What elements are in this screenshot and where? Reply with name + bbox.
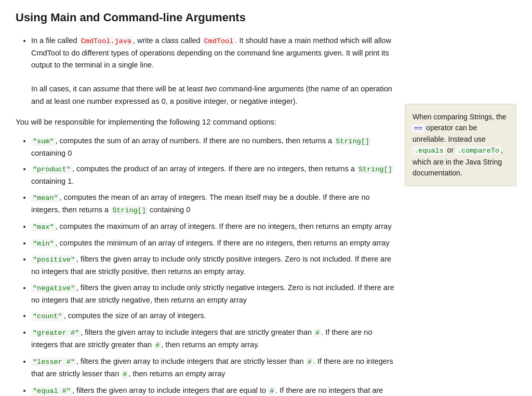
sidebar-code-compareto: .compareTo — [456, 146, 501, 155]
code-count: "count" — [31, 312, 64, 321]
code-stringarray-mean: String[] — [111, 206, 148, 215]
sidebar-box: When comparing Strings, the == operator … — [405, 104, 516, 186]
hash-greater-1: # — [314, 329, 321, 337]
hash-lesser-2: # — [121, 370, 128, 379]
hash-greater-2: # — [154, 341, 161, 350]
intro-text-2: In all cases, it can assume that there w… — [31, 85, 392, 105]
main-content: Using Main and Command-line Arguments In… — [16, 10, 394, 396]
list-item-negative: "negative", filters the given array to i… — [31, 282, 394, 306]
list-item-max: "max", computes the maximum of an array … — [31, 221, 394, 233]
hash-lesser-1: # — [306, 358, 313, 366]
list-item-min: "min", computes the minimum of an array … — [31, 237, 394, 250]
code-greater: "greater #" — [31, 329, 81, 337]
list-item-lesser: "lesser #", filters the given array to i… — [31, 356, 394, 380]
code-positive: "positive" — [31, 255, 76, 264]
page-title: Using Main and Command-line Arguments — [16, 10, 394, 25]
code-stringarray-product: String[] — [357, 165, 394, 174]
sidebar-text-mid: operator can be unreliable. Instead use — [413, 124, 486, 143]
cmdtool-java-code: CmdTool.java — [79, 37, 133, 46]
sidebar-code-equals: .equals — [413, 146, 445, 155]
code-mean: "mean" — [31, 194, 60, 202]
hash-equal-1: # — [268, 387, 275, 395]
sidebar-text-pre: When comparing Strings, the — [413, 113, 507, 121]
list-item-sum: "sum", computes the sum of an array of n… — [31, 135, 394, 159]
intro-list-item-1: In a file called CmdTool.java, write a c… — [31, 35, 394, 107]
list-item-greater: "greater #", filters the given array to … — [31, 326, 394, 351]
list-item-equal: "equal #", filters the given array to in… — [31, 385, 394, 396]
cmdtool-code: CmdTool — [203, 37, 235, 46]
code-stringarray-sum: String[] — [334, 137, 371, 146]
sidebar-text-or: or — [445, 146, 456, 154]
page-container: Using Main and Command-line Arguments In… — [16, 10, 516, 396]
intro-text-1: In a file called CmdTool.java, write a c… — [31, 36, 391, 69]
options-list: "sum", computes the sum of an array of n… — [16, 135, 394, 396]
list-item-mean: "mean", computes the mean of an array of… — [31, 192, 394, 216]
sidebar-code-eq: == — [413, 124, 424, 133]
options-intro-text: You will be responsible for implementing… — [16, 116, 394, 128]
code-sum: "sum" — [31, 137, 56, 146]
code-equal: "equal #" — [31, 387, 72, 395]
list-item-positive: "positive", filters the given array to i… — [31, 253, 394, 277]
code-max: "max" — [31, 223, 56, 231]
list-item-count: "count", computes the size of an array o… — [31, 310, 394, 322]
code-min: "min" — [31, 239, 56, 248]
code-lesser: "lesser #" — [31, 358, 76, 366]
code-product: "product" — [31, 165, 72, 174]
intro-list: In a file called CmdTool.java, write a c… — [16, 35, 394, 107]
code-negative: "negative" — [31, 284, 76, 293]
list-item-product: "product", computes the product of an ar… — [31, 163, 394, 187]
